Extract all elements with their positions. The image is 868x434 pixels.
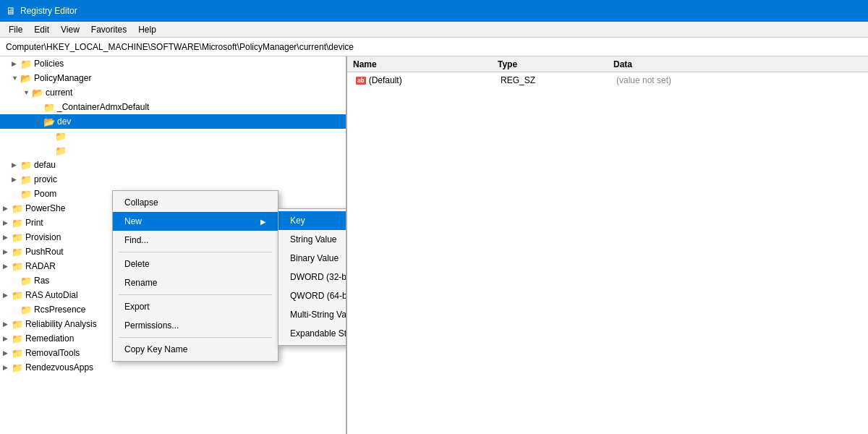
ctx-delete[interactable]: Delete bbox=[113, 255, 278, 273]
tree-item-provic[interactable]: ▶ 📁 provic bbox=[0, 172, 346, 187]
submenu-label: QWORD (64-bit) Value bbox=[290, 291, 347, 301]
arrow-icon: ▶ bbox=[12, 161, 20, 169]
folder-icon: 📁 bbox=[12, 348, 23, 359]
folder-open-icon: 📂 bbox=[32, 88, 43, 98]
tree-label: RcsPresence bbox=[34, 305, 85, 315]
reg-ab-icon: ab bbox=[356, 77, 366, 85]
tree-label: Reliability Analysis bbox=[25, 319, 97, 329]
menu-bar: File Edit View Favorites Help bbox=[0, 22, 868, 38]
arrow-icon: ▼ bbox=[23, 89, 32, 96]
tree-item-default[interactable]: ▶ 📁 defau bbox=[0, 158, 346, 172]
menu-view[interactable]: View bbox=[55, 23, 85, 36]
arrow-icon: ▶ bbox=[46, 132, 55, 140]
folder-icon: 📁 bbox=[12, 290, 23, 301]
tree-label: provic bbox=[34, 174, 57, 184]
folder-icon: 📁 bbox=[12, 333, 23, 344]
folder-icon: 📁 bbox=[12, 203, 23, 214]
tree-item-device[interactable]: ▼ 📂 dev bbox=[0, 114, 346, 129]
arrow-icon: ▶ bbox=[12, 60, 20, 67]
arrow-icon: ▶ bbox=[3, 248, 12, 255]
arrow-icon: ▶ bbox=[12, 176, 20, 183]
col-name: Name bbox=[347, 59, 492, 69]
tree-label: Provision bbox=[25, 232, 61, 242]
folder-icon: 📁 bbox=[12, 261, 23, 272]
menu-edit[interactable]: Edit bbox=[28, 23, 55, 36]
arrow-icon: ▶ bbox=[3, 320, 12, 328]
arrow-icon: ▶ bbox=[46, 147, 55, 154]
tree-item-policymanager[interactable]: ▼ 📂 PolicyManager bbox=[0, 71, 346, 85]
ctx-label: Find... bbox=[124, 235, 148, 245]
submenu-binary-value[interactable]: Binary Value bbox=[278, 249, 347, 268]
arrow-icon: ▶ bbox=[3, 349, 12, 357]
title-bar-text: Registry Editor bbox=[20, 6, 77, 16]
submenu-arrow-icon: ▶ bbox=[260, 218, 266, 226]
tree-label: Remediation bbox=[25, 333, 74, 344]
ctx-label: Rename bbox=[124, 278, 157, 288]
submenu-key[interactable]: Key bbox=[278, 211, 347, 230]
arrow-icon: ▶ bbox=[3, 364, 12, 371]
folder-icon: 📁 bbox=[12, 232, 23, 243]
ctx-copy-key-name[interactable]: Copy Key Name bbox=[113, 340, 278, 359]
table-row[interactable]: ab (Default) REG_SZ (value not set) bbox=[347, 72, 868, 88]
submenu-label: DWORD (32-bit) Value bbox=[290, 272, 347, 282]
submenu-label: Key bbox=[290, 216, 305, 226]
tree-item-sub2[interactable]: ▶ 📁 bbox=[0, 143, 346, 158]
tree-label: PushRout bbox=[25, 247, 64, 257]
submenu-expandable-value[interactable]: Expandable String Value bbox=[278, 324, 347, 343]
arrow-icon: ▶ bbox=[35, 103, 43, 111]
folder-icon: 📁 bbox=[12, 247, 23, 258]
tree-label: PowerShe bbox=[25, 203, 65, 213]
submenu-label: Multi-String Value bbox=[290, 310, 347, 320]
arrow-icon: ▶ bbox=[3, 219, 12, 226]
address-path: Computer\HKEY_LOCAL_MACHINE\SOFTWARE\Mic… bbox=[6, 42, 354, 52]
ctx-rename[interactable]: Rename bbox=[113, 273, 278, 292]
cell-name: ab (Default) bbox=[350, 75, 495, 85]
arrow-icon: ▶ bbox=[3, 234, 12, 241]
right-pane-header: Name Type Data bbox=[347, 56, 868, 72]
ctx-label: Collapse bbox=[124, 197, 158, 208]
menu-help[interactable]: Help bbox=[132, 23, 162, 36]
arrow-icon: ▶ bbox=[3, 306, 12, 313]
arrow-icon: ▶ bbox=[3, 190, 12, 197]
tree-label: defau bbox=[34, 160, 56, 170]
submenu-dword-value[interactable]: DWORD (32-bit) Value bbox=[278, 268, 347, 286]
folder-icon: 📁 bbox=[12, 319, 23, 330]
submenu-label: Binary Value bbox=[290, 253, 339, 263]
ctx-collapse[interactable]: Collapse bbox=[113, 193, 278, 212]
ctx-new[interactable]: New ▶ bbox=[113, 212, 278, 231]
tree-item-sub1[interactable]: ▶ 📁 bbox=[0, 129, 346, 143]
submenu-label: String Value bbox=[290, 234, 336, 244]
tree-pane: ▶ 📁 Policies ▼ 📂 PolicyManager ▼ 📂 curre… bbox=[0, 56, 347, 434]
title-bar: 🖥 Registry Editor bbox=[0, 0, 868, 22]
tree-item-policies[interactable]: ▶ 📁 Policies bbox=[0, 56, 346, 71]
tree-item-rendezvous[interactable]: ▶ 📁 RendezvousApps bbox=[0, 360, 346, 375]
ctx-export[interactable]: Export bbox=[113, 297, 278, 316]
ctx-label: Export bbox=[124, 302, 150, 312]
tree-label: _ContainerAdmxDefault bbox=[57, 102, 149, 112]
ctx-permissions[interactable]: Permissions... bbox=[113, 316, 278, 335]
arrow-icon: ▶ bbox=[3, 263, 12, 270]
tree-label: Poom bbox=[34, 189, 56, 199]
folder-icon: 📁 bbox=[55, 145, 67, 156]
menu-file[interactable]: File bbox=[3, 23, 28, 36]
submenu-qword-value[interactable]: QWORD (64-bit) Value bbox=[278, 286, 347, 305]
tree-label: Policies bbox=[34, 59, 64, 69]
folder-icon: 📁 bbox=[20, 189, 32, 200]
value-name: (Default) bbox=[369, 75, 402, 85]
folder-icon: 📁 bbox=[20, 305, 32, 315]
submenu-label: Expandable String Value bbox=[290, 328, 347, 339]
tree-label: RendezvousApps bbox=[25, 362, 93, 373]
cell-data: (value not set) bbox=[610, 75, 865, 85]
ctx-label: Delete bbox=[124, 259, 150, 269]
tree-item-current[interactable]: ▼ 📂 current bbox=[0, 85, 346, 100]
folder-icon: 📁 bbox=[20, 174, 32, 185]
ctx-find[interactable]: Find... bbox=[113, 231, 278, 250]
right-pane: Name Type Data ab (Default) REG_SZ (valu… bbox=[347, 56, 868, 434]
submenu-string-value[interactable]: String Value bbox=[278, 230, 347, 249]
tree-item-containeradmx[interactable]: ▶ 📁 _ContainerAdmxDefault bbox=[0, 100, 346, 114]
folder-icon: 📁 bbox=[20, 160, 32, 171]
tree-label: PolicyManager bbox=[34, 73, 91, 83]
ctx-separator-2 bbox=[119, 294, 272, 295]
menu-favorites[interactable]: Favorites bbox=[85, 23, 132, 36]
submenu-multistring-value[interactable]: Multi-String Value bbox=[278, 305, 347, 324]
